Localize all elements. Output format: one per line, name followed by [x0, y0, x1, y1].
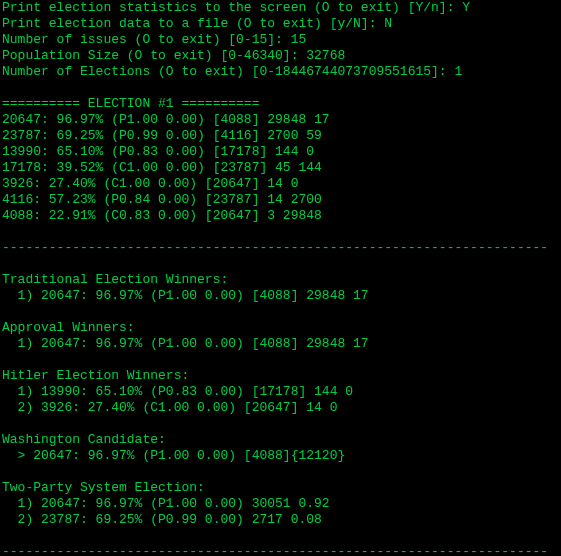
result-row: 17178: 39.52% (C1.00 0.00) [23787] 45 14…: [2, 160, 559, 176]
divider-line: ----------------------------------------…: [2, 240, 559, 256]
blank-line: [2, 304, 559, 320]
blank-line: [2, 352, 559, 368]
blank-line: [2, 528, 559, 544]
result-row: 20647: 96.97% (P1.00 0.00) [4088] 29848 …: [2, 112, 559, 128]
result-row: 4088: 22.91% (C0.83 0.00) [20647] 3 2984…: [2, 208, 559, 224]
prompt-file: Print election data to a file (O to exit…: [2, 16, 559, 32]
blank-line: [2, 256, 559, 272]
prompt-stats: Print election statistics to the screen …: [2, 0, 559, 16]
prompt-population: Population Size (O to exit) [0-46340]: 3…: [2, 48, 559, 64]
section-title: Approval Winners:: [2, 320, 559, 336]
section-title: Traditional Election Winners:: [2, 272, 559, 288]
result-row: 13990: 65.10% (P0.83 0.00) [17178] 144 0: [2, 144, 559, 160]
result-row: 4116: 57.23% (P0.84 0.00) [23787] 14 270…: [2, 192, 559, 208]
election-header: ========== ELECTION #1 ==========: [2, 96, 559, 112]
winner-row: > 20647: 96.97% (P1.00 0.00) [4088]{1212…: [2, 448, 559, 464]
winner-row: 2) 3926: 27.40% (C1.00 0.00) [20647] 14 …: [2, 400, 559, 416]
winner-row: 1) 13990: 65.10% (P0.83 0.00) [17178] 14…: [2, 384, 559, 400]
section-title: Washington Candidate:: [2, 432, 559, 448]
section-title: Hitler Election Winners:: [2, 368, 559, 384]
result-row: 3926: 27.40% (C1.00 0.00) [20647] 14 0: [2, 176, 559, 192]
result-row: 23787: 69.25% (P0.99 0.00) [4116] 2700 5…: [2, 128, 559, 144]
blank-line: [2, 224, 559, 240]
blank-line: [2, 416, 559, 432]
divider-line: ----------------------------------------…: [2, 544, 559, 556]
winner-row: 1) 20647: 96.97% (P1.00 0.00) 30051 0.92: [2, 496, 559, 512]
section-title: Two-Party System Election:: [2, 480, 559, 496]
terminal-output: Print election statistics to the screen …: [0, 0, 561, 556]
prompt-elections: Number of Elections (O to exit) [0-18446…: [2, 64, 559, 80]
prompt-issues: Number of issues (O to exit) [0-15]: 15: [2, 32, 559, 48]
blank-line: [2, 464, 559, 480]
winner-row: 1) 20647: 96.97% (P1.00 0.00) [4088] 298…: [2, 336, 559, 352]
winner-row: 1) 20647: 96.97% (P1.00 0.00) [4088] 298…: [2, 288, 559, 304]
winner-row: 2) 23787: 69.25% (P0.99 0.00) 2717 0.08: [2, 512, 559, 528]
blank-line: [2, 80, 559, 96]
